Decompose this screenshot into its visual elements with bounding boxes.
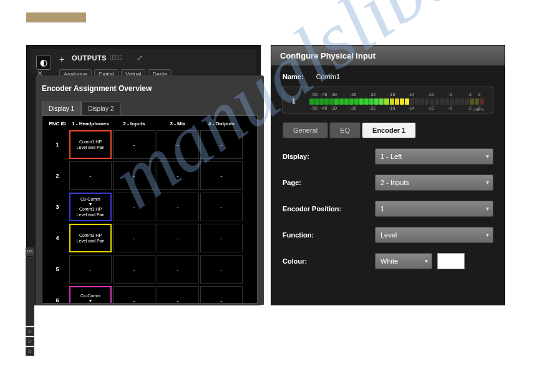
scale-tick: -40 [319, 106, 329, 110]
page-select[interactable]: 2 - Inputs [375, 174, 493, 191]
encoder-cell[interactable]: - [200, 286, 243, 304]
display-select[interactable]: 1 - Left [375, 148, 493, 165]
cell-line: Comm2 HP [79, 304, 102, 304]
display-label: Display: [283, 153, 375, 160]
encoder-cell[interactable]: - [113, 130, 155, 159]
outputs-indicator [110, 55, 122, 60]
theme-toggle-button[interactable]: ◐ [36, 55, 51, 70]
encoder-cell[interactable]: Comm2 HPLevel and Pan [69, 224, 112, 252]
row-header: 3 [46, 193, 69, 221]
encoder-cell[interactable]: Comm1 HPLevel and Pan [69, 130, 112, 159]
meter-led [425, 98, 429, 105]
scale-tick: -14 [407, 106, 417, 110]
scale-tick: -26 [348, 106, 358, 110]
meter-channel-id: 1 [292, 98, 309, 105]
sidebar-spacer [26, 257, 34, 326]
meter-led [349, 98, 354, 105]
meter-led [309, 98, 314, 105]
encoder-cell[interactable]: - [157, 255, 199, 284]
meter-led [415, 98, 419, 105]
tab-eq[interactable]: EQ [329, 122, 361, 138]
meter-led [450, 98, 454, 105]
scale-tick: -10 [426, 92, 436, 97]
encoder-cell[interactable]: - [113, 286, 155, 304]
encoder-cell[interactable]: Co-Comm▾Comm2 HP [69, 286, 112, 304]
row-header: 6 [46, 286, 69, 304]
scale-tick [455, 106, 465, 110]
name-label: Name: [283, 73, 304, 80]
expand-icon[interactable]: ⤢ [137, 54, 143, 62]
scale-tick [435, 92, 445, 97]
scale-tick [416, 106, 426, 110]
function-select[interactable]: Level [375, 227, 493, 243]
encoder-cell[interactable]: - [157, 224, 199, 252]
overview-grid: ENC ID 1 - Headphones 2 - Inputs 3 - Mix… [42, 115, 258, 304]
left-panel: ◐ + OUTPUTS ⤢ ✕ Analogue Digital Virtual… [26, 45, 261, 305]
encoder-cell[interactable]: - [157, 130, 199, 159]
tab-encoder-1[interactable]: Encoder 1 [362, 122, 416, 138]
colour-swatch[interactable] [437, 253, 465, 269]
colour-label: Colour: [283, 257, 375, 265]
encoder-cell[interactable]: - [113, 255, 155, 284]
scale-tick: -10 [426, 106, 436, 110]
header-col-4: 4 - Outputs [200, 121, 243, 127]
encoder-cell[interactable]: - [200, 255, 243, 284]
header-col-2: 2 - Inputs [112, 121, 156, 127]
tab-general[interactable]: General [283, 122, 328, 138]
encoder-cell[interactable]: - [200, 161, 243, 190]
encoder-cell[interactable]: - [157, 193, 199, 221]
colour-select[interactable]: White [375, 253, 432, 269]
encoder-cell[interactable]: - [200, 130, 243, 159]
encoder-cell[interactable]: - [113, 224, 155, 252]
encoder-position-select[interactable]: 1 [375, 201, 493, 217]
encoder-cell[interactable]: - [113, 161, 155, 190]
overview-row: 6Co-Comm▾Comm2 HP--- [46, 286, 253, 304]
scale-tick: -18 [387, 106, 397, 110]
add-output-button[interactable]: + [59, 54, 64, 64]
cell-line: Comm2 HP [79, 233, 102, 237]
meter-led [364, 98, 369, 105]
sidebar-sliver: us D D D [26, 247, 34, 357]
cell-line: Comm1 HP [79, 207, 102, 211]
cell-line: Co-Comm [80, 197, 100, 201]
encoder-cell[interactable]: - [200, 193, 243, 221]
overview-title: Encoder Assignment Overview [42, 84, 258, 93]
meter-led [460, 98, 464, 105]
encoder-cell[interactable]: Co-Comm▾Comm1 HPLevel and Pan [69, 193, 112, 221]
scale-tick: 0 [475, 92, 485, 97]
encoder-cell[interactable]: - [69, 255, 112, 284]
meter-led [430, 98, 434, 105]
scale-tick [358, 106, 368, 110]
page-label: Page: [283, 179, 375, 186]
scale-tick: -2 [465, 92, 475, 97]
meter-led [329, 98, 334, 105]
left-panel-top: ◐ + OUTPUTS ⤢ ✕ Analogue Digital Virtual… [31, 49, 256, 74]
sidebar-item-us[interactable]: us [26, 247, 34, 256]
meter-row: 1 [292, 98, 484, 105]
encoder-cell[interactable]: - [157, 161, 199, 190]
dbfs-label: dBFS [473, 107, 484, 112]
scale-tick: -26 [348, 92, 358, 97]
meter-led [314, 98, 319, 105]
meter-led [384, 98, 389, 105]
encoder-cell[interactable]: - [69, 161, 112, 190]
sidebar-item-d3[interactable]: D [26, 347, 34, 356]
encoder-cell[interactable]: - [113, 193, 155, 221]
meter-led [455, 98, 459, 105]
tab-display-1[interactable]: Display 1 [42, 102, 81, 115]
cell-line: Co-Comm [80, 294, 100, 298]
tab-display-2[interactable]: Display 2 [81, 102, 120, 115]
meter-led [359, 98, 364, 105]
encoder-cell[interactable]: - [200, 224, 243, 252]
meter-led [435, 98, 439, 105]
header-col-3: 3 - Mix [156, 121, 200, 127]
scale-tick: -50 [309, 106, 319, 110]
meter-led [344, 98, 349, 105]
scale-tick: -50 [309, 92, 319, 97]
sidebar-item-d2[interactable]: D [26, 337, 34, 346]
sidebar-item-d1[interactable]: D [26, 327, 34, 336]
encoder-cell[interactable]: - [157, 286, 199, 304]
meter-scale-bottom: -50-40-30-26-22-18-14-10-6-20 [309, 106, 484, 110]
scale-tick [339, 92, 349, 97]
scale-tick [435, 106, 445, 110]
